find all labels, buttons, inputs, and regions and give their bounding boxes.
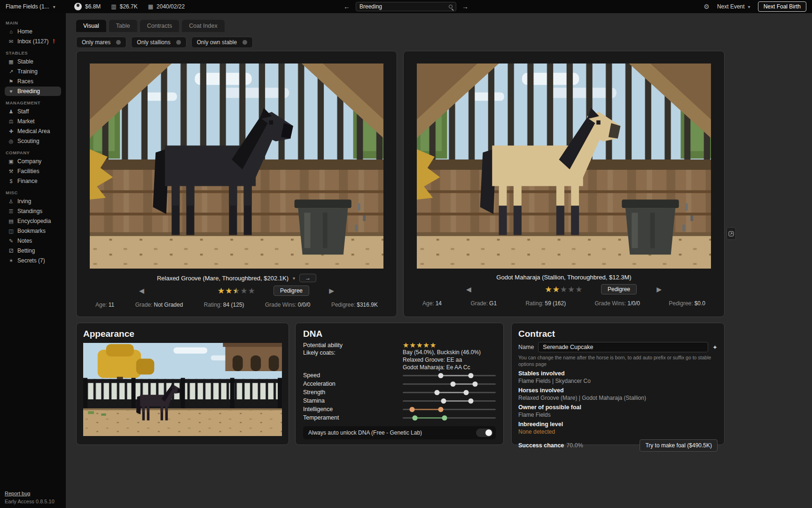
sidebar-item-breeding[interactable]: ♥ Breeding (5, 87, 61, 96)
slider-knob-low[interactable] (409, 407, 414, 412)
mare-title: Relaxed Groove (Mare, Thoroughbred, $202… (157, 275, 289, 282)
sidebar-item-market[interactable]: ⚖ Market (5, 117, 61, 126)
tab-table[interactable]: Table (109, 20, 137, 32)
open-mare-button[interactable]: → (299, 274, 316, 282)
slider-knob-high[interactable] (468, 373, 473, 378)
sidebar-item-encyclopedia[interactable]: ▤ Encyclopedia (5, 216, 61, 226)
gear-icon[interactable]: ⚙ (703, 3, 710, 10)
tab-coat-index[interactable]: Coat Index (182, 20, 224, 32)
dna-stat-row: Temperament (303, 413, 496, 422)
tab-visual[interactable]: Visual (76, 20, 106, 32)
temperament-range-slider[interactable] (403, 415, 496, 421)
stallion-pedigree-button[interactable]: Pedigree (601, 284, 637, 294)
randomize-name-icon[interactable]: ✦ (712, 344, 718, 351)
slider-knob-low[interactable] (438, 373, 444, 378)
sidebar-item-company[interactable]: ▣ Company (5, 157, 61, 166)
filter-only-mares[interactable]: Only mares (76, 37, 126, 48)
search-input[interactable] (359, 3, 446, 10)
slider-knob-low[interactable] (412, 415, 417, 421)
slider-knob-high[interactable] (468, 398, 473, 404)
make-foal-button[interactable]: Try to make foal ($490.5K) (640, 439, 718, 452)
dna-stat-row: Intelligence (303, 405, 496, 413)
nav-back-button[interactable]: ← (344, 3, 350, 10)
sidebar-item-secrets[interactable]: ✶ Secrets (7) (5, 256, 61, 265)
breeding-icon: ♥ (8, 88, 14, 94)
strength-range-slider[interactable] (403, 389, 496, 396)
horses-involved-value: Relaxed Groove (Mare) | Godot Maharaja (… (518, 395, 718, 401)
mare-genotype: Relaxed Groove: EE aa (403, 357, 496, 364)
sidebar-item-irving[interactable]: ♙ Irving (5, 197, 61, 206)
toggle-dot (116, 40, 121, 45)
slider-track (403, 383, 496, 385)
popout-icon (728, 231, 734, 237)
filter-only-own-stable[interactable]: Only own stable (191, 37, 253, 48)
mare-pedigree-button[interactable]: Pedigree (273, 286, 309, 296)
dna-stat-row: Speed (303, 371, 496, 380)
topbar: Flame Fields (1... ▾ $6.8M ▥ $26.7K ▦ 20… (0, 0, 812, 13)
sidebar-item-stable[interactable]: ▦ Stable (5, 57, 61, 66)
stallion-panel: Godot Maharaja (Stallion, Thoroughbred, … (403, 51, 725, 317)
slider-knob-high[interactable] (463, 390, 468, 395)
next-event-selector[interactable]: Next Event ▾ (717, 3, 750, 10)
sidebar-item-finance[interactable]: $ Finance (5, 176, 61, 186)
slider-knob-high[interactable] (442, 415, 447, 421)
tab-contracts[interactable]: Contracts (140, 20, 180, 32)
slider-knob-low[interactable] (435, 390, 440, 395)
foal-name-input[interactable] (538, 342, 708, 352)
sidebar-section-title: STABLES (6, 50, 60, 56)
previous-mare-button[interactable]: ◀ (139, 287, 144, 294)
sidebar-item-medical-area[interactable]: ✚ Medical Area (5, 127, 61, 136)
sidebar-item-standings[interactable]: ☰ Standings (5, 206, 61, 216)
tab-bar: Visual Table Contracts Coat Index (76, 20, 812, 32)
acceleration-range-slider[interactable] (403, 381, 496, 387)
scouting-icon: ◎ (8, 138, 14, 144)
contract-title: Contract (518, 329, 718, 339)
next-stallion-button[interactable]: ▶ (656, 286, 662, 293)
sidebar-item-training[interactable]: ↗ Training (5, 67, 61, 76)
collapse-panel-button[interactable] (726, 227, 736, 240)
sidebar-section-title: MISC (6, 190, 60, 195)
report-bug-link[interactable]: Report bug (5, 490, 55, 498)
sidebar-item-betting[interactable]: ⚂ Betting (5, 246, 61, 255)
stallion-star-rating: ★★★★★★★★★★ (545, 286, 583, 294)
page-search[interactable] (356, 2, 456, 11)
sidebar-item-bookmarks[interactable]: ◫ Bookmarks (5, 226, 61, 236)
slider-knob-high[interactable] (473, 381, 478, 387)
sidebar-item-notes[interactable]: ✎ Notes (5, 236, 61, 246)
slider-knob-high[interactable] (438, 407, 444, 412)
next-mare-button[interactable]: ▶ (329, 287, 334, 294)
sidebar-section-title: MANAGEMENT (6, 100, 60, 105)
next-event-label: Next Event (717, 3, 745, 10)
calendar-icon: ▦ (148, 3, 153, 10)
mare-image (90, 64, 383, 269)
speed-range-slider[interactable] (403, 373, 496, 379)
inbox-icon: ✉ (8, 39, 14, 45)
dna-stat-row: Acceleration (303, 380, 496, 388)
next-foal-birth-button[interactable]: Next Foal Birth (758, 1, 806, 12)
nav-forward-button[interactable]: → (462, 3, 468, 10)
auto-unlock-label: Always auto unlock DNA (Free - Genetic L… (308, 429, 422, 436)
intelligence-range-slider[interactable] (403, 406, 496, 413)
cash-value: $6.8M (85, 3, 101, 10)
sidebar-item-home[interactable]: ⌂ Home (5, 27, 61, 36)
success-chance: Success chance70.0% (518, 442, 583, 449)
training-icon: ↗ (8, 69, 14, 75)
sidebar-item-staff[interactable]: ♟ Staff (5, 107, 61, 116)
previous-stallion-button[interactable]: ◀ (466, 286, 471, 293)
slider-knob-low[interactable] (441, 398, 446, 404)
stable-selector[interactable]: Flame Fields (1... ▾ (6, 3, 64, 10)
sidebar-item-scouting[interactable]: ◎ Scouting (5, 136, 61, 146)
sidebar-item-races[interactable]: ⚑ Races (5, 77, 61, 86)
arrow-right-icon: → (305, 275, 311, 281)
filter-only-stallions[interactable]: Only stallions (131, 37, 186, 48)
sidebar-item-facilities[interactable]: ⚒ Facilities (5, 167, 61, 176)
irving-icon: ♙ (8, 198, 14, 205)
stamina-range-slider[interactable] (403, 398, 496, 404)
sidebar-item-inbox[interactable]: ✉ Inbox (1127) ! (5, 37, 61, 46)
medical-icon: ✚ (8, 128, 14, 135)
chevron-down-icon[interactable]: ▾ (293, 276, 295, 281)
slider-knob-low[interactable] (450, 381, 455, 387)
stable-name: Flame Fields (1... (6, 3, 49, 10)
auto-unlock-toggle[interactable] (476, 429, 493, 437)
appearance-title: Appearance (83, 329, 282, 339)
